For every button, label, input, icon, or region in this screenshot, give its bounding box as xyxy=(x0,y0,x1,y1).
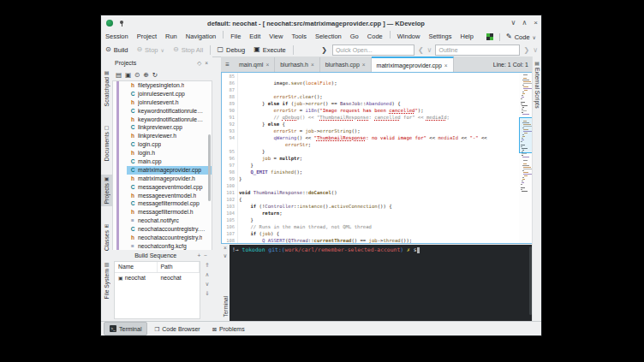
tree-item-keywordnotificationrulem-[interactable]: hkeywordnotificationrulem… xyxy=(113,116,212,124)
perspective-selector[interactable]: ✎ Code ∨ xyxy=(503,33,541,41)
build-sequence-row[interactable]: ▣neochatneochat xyxy=(115,273,200,282)
back-icon[interactable]: ❮ xyxy=(414,46,427,54)
tab-main.qml[interactable]: main.qml× xyxy=(234,57,275,72)
add-button[interactable]: + xyxy=(195,252,202,258)
sidebar-tab-file-system[interactable]: ▥File System xyxy=(101,260,112,301)
menu-item-code[interactable]: Code xyxy=(363,31,387,43)
toolbar-overflow-icon[interactable]: ❯ xyxy=(318,46,331,54)
area-switcher-icon[interactable] xyxy=(486,33,493,40)
tab-matriximageprovider.cpp[interactable]: matriximageprovider.cpp× xyxy=(372,56,454,72)
menu-item-edit[interactable]: Edit xyxy=(245,31,265,43)
build-button[interactable]: ⊙ Build xyxy=(101,46,132,54)
close-icon[interactable]: × xyxy=(224,244,227,252)
menu-item-settings[interactable]: Settings xyxy=(424,31,456,43)
minimap-line xyxy=(522,179,525,180)
tree-item-neochataccountregistry.h[interactable]: hneochataccountregistry.h xyxy=(113,234,212,242)
float-icon[interactable]: ◇ xyxy=(195,60,203,66)
outline-input[interactable] xyxy=(435,45,520,56)
tree-item-messageeventmodel.cpp[interactable]: Cmessageeventmodel.cpp xyxy=(113,183,212,192)
tree-item-matriximageprovider.cpp[interactable]: Cmatriximageprovider.cpp xyxy=(113,166,212,175)
locate-current-document-icon[interactable]: ▣ xyxy=(125,71,131,79)
reload-icon[interactable]: ↻ xyxy=(152,71,158,79)
code-text[interactable]: image.save(localFile); errorStr.clear();… xyxy=(239,73,518,243)
minimap-scrollbar[interactable] xyxy=(519,73,532,243)
minimap-line xyxy=(523,167,531,168)
code-token: } xyxy=(239,217,253,223)
menu-item-project[interactable]: Project xyxy=(133,31,161,43)
tree-item-messageeventmodel.h[interactable]: hmessageeventmodel.h xyxy=(113,192,212,200)
execute-button[interactable]: ▣ Execute xyxy=(249,46,290,54)
menu-item-session[interactable]: Session xyxy=(101,31,133,43)
stop-all-button[interactable]: ⊖ Stop All xyxy=(169,46,207,54)
menu-item-navigation[interactable]: Navigation xyxy=(182,31,220,43)
menu-item-go[interactable]: Go xyxy=(346,31,363,43)
menu-item-selection[interactable]: Selection xyxy=(311,31,346,43)
sidebar-tab-scratchpad[interactable]: ▤Scratchpad xyxy=(101,68,112,108)
tree-item-login.cpp[interactable]: Clogin.cpp xyxy=(113,140,212,149)
tab-close-icon[interactable]: × xyxy=(265,62,269,68)
code-editor[interactable]: 8586878889909192939495969798991001011021… xyxy=(221,72,533,244)
menu-item-window[interactable]: Window xyxy=(393,31,425,43)
tree-item-filetypesingleton.h[interactable]: hfiletypesingleton.h xyxy=(113,81,212,90)
debug-button[interactable]: ▢ Debug xyxy=(212,46,249,54)
menu-item-view[interactable]: View xyxy=(265,31,287,43)
chevron-down-icon[interactable]: ∨ xyxy=(533,46,541,54)
tab-close-icon[interactable]: × xyxy=(444,62,448,68)
tree-item-joinrulesevent.h[interactable]: hjoinrulesevent.h xyxy=(113,98,212,107)
move-top-icon[interactable]: ⇑ xyxy=(205,263,209,268)
tree-item-joinrulesevent.cpp[interactable]: Cjoinrulesevent.cpp xyxy=(113,90,212,98)
maximize-button[interactable]: ∧ xyxy=(519,15,530,31)
tree-item-messagefiltermodel.cpp[interactable]: Cmessagefiltermodel.cpp xyxy=(113,199,212,208)
tree-item-keywordnotificationrulem-[interactable]: Ckeywordnotificationrulem… xyxy=(113,107,212,116)
tree-item-messagefiltermodel.h[interactable]: hmessagefiltermodel.h xyxy=(113,208,212,217)
move-down-icon[interactable]: ∨ xyxy=(206,282,210,287)
sidebar-tab-external-scripts[interactable]: ▤External Scripts xyxy=(533,59,541,110)
statusbar-terminal-button[interactable]: >_Terminal xyxy=(104,322,147,335)
statusbar-code-browser-button[interactable]: ❐Code Browser xyxy=(149,323,205,335)
pin-icon[interactable] xyxy=(118,21,124,27)
tab-close-icon[interactable]: × xyxy=(311,62,314,68)
close-icon[interactable]: × xyxy=(203,60,210,66)
minimap-line xyxy=(521,76,531,77)
tree-item-login.h[interactable]: hlogin.h xyxy=(113,149,212,157)
tab-close-icon[interactable]: × xyxy=(362,62,366,68)
kdevelop-window: default: neochat - [ neochat:src/matrixi… xyxy=(101,15,541,335)
tree-item-linkpreviewer.h[interactable]: hlinkpreviewer.h xyxy=(113,132,212,140)
build-settings-icon[interactable]: ⊙ xyxy=(134,71,140,79)
tree-item-matriximageprovider.h[interactable]: hmatriximageprovider.h xyxy=(113,175,212,183)
filter-icon[interactable]: ⊕ xyxy=(143,71,148,79)
sidebar-tab-projects[interactable]: ▣Projects xyxy=(101,175,112,206)
close-button[interactable]: × xyxy=(530,15,541,31)
move-up-icon[interactable]: ∧ xyxy=(206,272,210,277)
titlebar[interactable]: default: neochat - [ neochat:src/matrixi… xyxy=(101,15,541,32)
tree-item-neochataccountregistry.cpp[interactable]: Cneochataccountregistry.cpp xyxy=(113,225,212,234)
minimap-viewport[interactable] xyxy=(519,117,533,153)
tab-blurhash.cpp[interactable]: blurhash.cpp× xyxy=(320,57,372,72)
terminal-console[interactable]: !→ tokodon git:(work/carl/remember-selec… xyxy=(230,245,533,321)
menu-item-help[interactable]: Help xyxy=(456,31,478,43)
sidebar-tab-documents[interactable]: ▢Documents xyxy=(101,123,112,163)
document-list-icon[interactable]: ≡ xyxy=(221,56,234,72)
remove-button[interactable]: − xyxy=(202,252,209,258)
stop-button[interactable]: ⊖ Stop ∨ xyxy=(132,46,169,54)
build-sequence-table[interactable]: NamePath ▣neochatneochat xyxy=(114,261,200,319)
tree-item-main.cpp[interactable]: Cmain.cpp xyxy=(113,157,212,166)
forward-icon[interactable]: ❯ xyxy=(520,46,533,54)
open-project-icon[interactable]: ▤ xyxy=(116,71,122,79)
statusbar-problems-button[interactable]: ⊠Problems xyxy=(207,323,250,335)
project-tree[interactable]: hfiletypesingleton.hCjoinrulesevent.cpph… xyxy=(112,80,212,252)
tree-item-neochat.notifyrc[interactable]: ≡neochat.notifyrc xyxy=(113,217,212,225)
menu-item-tools[interactable]: Tools xyxy=(287,31,311,43)
quick-open-input[interactable] xyxy=(332,45,414,56)
tree-item-linkpreviewer.cpp[interactable]: Clinkpreviewer.cpp xyxy=(113,123,212,132)
minimap-line xyxy=(521,162,531,163)
sidebar-tab-classes[interactable]: ⊞Classes xyxy=(101,222,112,252)
minimize-button[interactable]: ∨ xyxy=(508,15,519,31)
expand-icon[interactable]: ∨ xyxy=(224,252,228,259)
move-bottom-icon[interactable]: ⇓ xyxy=(205,291,209,296)
chevron-down-icon[interactable]: ∨ xyxy=(427,46,436,54)
menu-item-run[interactable]: Run xyxy=(161,31,182,43)
menu-item-file[interactable]: File xyxy=(226,31,245,43)
tab-blurhash.h[interactable]: blurhash.h× xyxy=(275,57,320,72)
tree-scrollbar[interactable] xyxy=(208,134,211,201)
